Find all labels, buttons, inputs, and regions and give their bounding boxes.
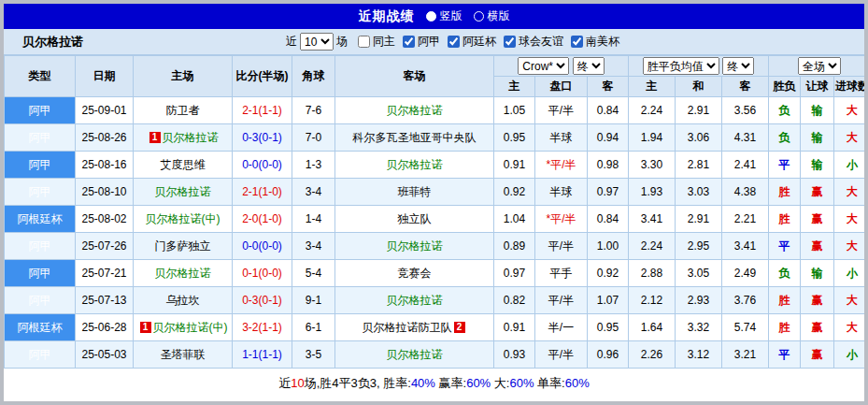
handicap-result-cell: 输 <box>801 124 834 152</box>
result-cell: 胜 <box>769 179 801 206</box>
col-avg-away: 客 <box>722 77 769 97</box>
handicap-away-odds: 0.84 <box>588 206 629 233</box>
home-team-link[interactable]: 贝尔格拉诺 <box>155 267 211 280</box>
away-team-link[interactable]: 贝尔格拉诺 <box>387 104 443 117</box>
away-team-cell: 贝尔格拉诺 <box>335 152 494 179</box>
avg-draw-odds: 3.05 <box>676 260 722 287</box>
col-avg-draw: 和 <box>676 77 722 97</box>
avg-home-odds: 1.64 <box>629 314 676 341</box>
corners-cell: 7-0 <box>292 124 335 152</box>
titlebar: 近期战绩 竖版 横版 <box>4 4 864 29</box>
home-team-cell: 贝尔格拉诺 <box>134 179 233 206</box>
home-team-cell: 贝尔格拉诺 <box>134 260 233 287</box>
away-team-link[interactable]: 贝尔格拉诺 <box>387 239 443 253</box>
away-team-link[interactable]: 贝尔格拉诺 <box>387 294 443 307</box>
radio-selected-icon <box>426 11 436 22</box>
away-team-link[interactable]: 班菲特 <box>398 185 432 198</box>
away-team-link[interactable]: 贝尔格拉诺防卫队 <box>363 321 452 334</box>
home-team-link[interactable]: 防卫者 <box>166 104 200 117</box>
filter-controls: 近 10 场 同主阿甲阿廷杯球会友谊南美杯 <box>286 33 619 51</box>
home-team-link[interactable]: 乌拉坎 <box>166 294 200 307</box>
match-row: 阿甲25-07-26门多萨独立0-0(0-0)3-4贝尔格拉诺0.89平/半1.… <box>5 233 868 260</box>
layout-radio-vertical[interactable]: 竖版 <box>426 8 462 24</box>
handicap-away-odds: 0.92 <box>588 260 629 287</box>
home-team-cell: 贝尔格拉诺(中) <box>134 206 233 233</box>
filter-checkbox[interactable]: 阿甲 <box>403 34 440 50</box>
odds-time-select[interactable]: 终 <box>573 57 605 75</box>
away-team-cell: 竞赛会 <box>335 260 494 287</box>
away-team-link[interactable]: 贝尔格拉诺 <box>387 158 443 171</box>
handicap-away-odds: 0.94 <box>588 124 629 152</box>
col-home: 主场 <box>134 56 233 97</box>
goals-result-cell: 大 <box>834 314 868 341</box>
avg-away-odds: 4.38 <box>722 179 769 206</box>
avg-away-odds: 3.41 <box>722 233 769 260</box>
home-team-link[interactable]: 贝尔格拉诺 <box>155 185 211 198</box>
corners-cell: 3-4 <box>292 233 335 260</box>
filter-checkbox-input[interactable] <box>358 36 370 48</box>
avg-draw-odds: 3.06 <box>676 124 722 152</box>
scope-select[interactable]: 全场 <box>798 57 841 75</box>
match-date: 25-08-10 <box>76 179 134 206</box>
score-cell: 0-1(0-0) <box>233 260 292 287</box>
avg-away-odds: 4.31 <box>722 124 769 152</box>
summary-segment: 10 <box>291 376 304 390</box>
filter-checkbox[interactable]: 阿廷杯 <box>448 34 496 50</box>
avg-type-select[interactable]: 胜平负均值 <box>643 57 719 75</box>
corners-cell: 3-5 <box>292 341 335 369</box>
summary-line: 近10场,胜4平3负3, 胜率:40% 赢率:60% 大:60% 单率:60% <box>4 369 864 398</box>
corners-cell: 1-3 <box>292 152 335 179</box>
handicap-away-odds: 1.00 <box>588 233 629 260</box>
home-team-link[interactable]: 贝尔格拉诺(中) <box>146 212 221 225</box>
home-team-link[interactable]: 门多萨独立 <box>155 239 211 253</box>
filter-checkbox-label: 球会友谊 <box>519 34 563 50</box>
result-cell: 负 <box>769 124 801 152</box>
corners-cell: 7-6 <box>292 97 335 124</box>
handicap-home-odds: 1.05 <box>494 97 535 124</box>
handicap-line: *平/半 <box>535 206 588 233</box>
filter-checkbox[interactable]: 同主 <box>358 34 395 50</box>
league-badge: 阿甲 <box>5 233 76 260</box>
odds-group-header: Crow* 终 <box>494 56 629 77</box>
odds-source-select[interactable]: Crow* <box>518 57 569 75</box>
filter-checkbox-input[interactable] <box>448 36 460 48</box>
handicap-result-cell: 赢 <box>801 314 834 341</box>
home-team-link[interactable]: 贝尔格拉诺 <box>163 131 219 144</box>
result-cell: 胜 <box>769 287 801 314</box>
col-handicap-result: 让球 <box>801 77 834 97</box>
away-team-link[interactable]: 独立队 <box>398 212 432 225</box>
filter-checkbox-input[interactable] <box>571 36 583 48</box>
avg-home-odds: 1.93 <box>629 179 676 206</box>
filter-checkbox[interactable]: 球会友谊 <box>504 34 563 50</box>
handicap-home-odds: 0.93 <box>494 341 535 369</box>
home-team-link[interactable]: 圣塔菲联 <box>161 348 206 361</box>
match-row: 阿甲25-07-21贝尔格拉诺0-1(0-0)5-4竞赛会0.97平手0.922… <box>5 260 868 287</box>
match-count-select[interactable]: 10 <box>300 33 334 51</box>
summary-segment: 近 <box>278 375 291 392</box>
handicap-away-odds: 0.98 <box>588 152 629 179</box>
league-badge: 阿根廷杯 <box>5 314 76 341</box>
avg-away-odds: 2.21 <box>722 206 769 233</box>
avg-home-odds: 1.94 <box>629 124 676 152</box>
radio-horizontal-label: 横版 <box>488 8 510 24</box>
col-date: 日期 <box>76 56 134 97</box>
home-team-link[interactable]: 贝尔格拉诺(中) <box>153 321 228 334</box>
summary-segment: 60% <box>466 376 491 390</box>
avg-time-select[interactable]: 终 <box>722 57 754 75</box>
goals-result-cell: 大 <box>834 179 868 206</box>
filter-checkbox-input[interactable] <box>504 36 516 48</box>
filter-checkbox[interactable]: 南美杯 <box>571 34 619 50</box>
red-card-badge: 1 <box>149 132 161 143</box>
match-date: 25-07-21 <box>76 260 134 287</box>
filter-checkbox-label: 南美杯 <box>586 34 619 50</box>
filter-checkbox-input[interactable] <box>403 36 415 48</box>
home-team-link[interactable]: 艾度思维 <box>161 158 206 171</box>
away-team-link[interactable]: 竞赛会 <box>398 267 432 280</box>
home-team-cell: 门多萨独立 <box>134 233 233 260</box>
red-card-badge: 1 <box>140 322 151 333</box>
away-team-link[interactable]: 贝尔格拉诺 <box>387 348 443 361</box>
league-badge: 阿甲 <box>5 287 76 314</box>
away-team-link[interactable]: 科尔多瓦圣地亚哥中央队 <box>353 131 477 144</box>
filter-checkbox-label: 阿廷杯 <box>462 34 496 50</box>
layout-radio-horizontal[interactable]: 横版 <box>474 8 510 24</box>
